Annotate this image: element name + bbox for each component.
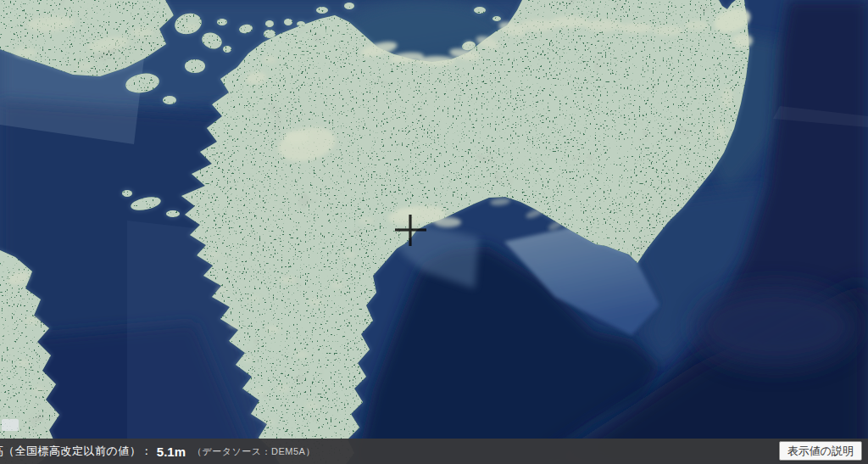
elevation-datasource: （データソース：DEM5A）: [192, 445, 315, 458]
map-viewport: 高 （全国標高改定以前の値）： 5.1m （データソース：DEM5A） 表示値の…: [0, 0, 868, 464]
elevation-label: （全国標高改定以前の値）：: [3, 444, 153, 459]
status-bar: 高 （全国標高改定以前の値）： 5.1m （データソース：DEM5A）: [0, 439, 868, 464]
map-control-fragment: [2, 419, 19, 431]
map-satellite-image[interactable]: [0, 0, 868, 464]
elevation-value: 5.1m: [157, 444, 186, 459]
display-value-help-button[interactable]: 表示値の説明: [779, 441, 862, 461]
